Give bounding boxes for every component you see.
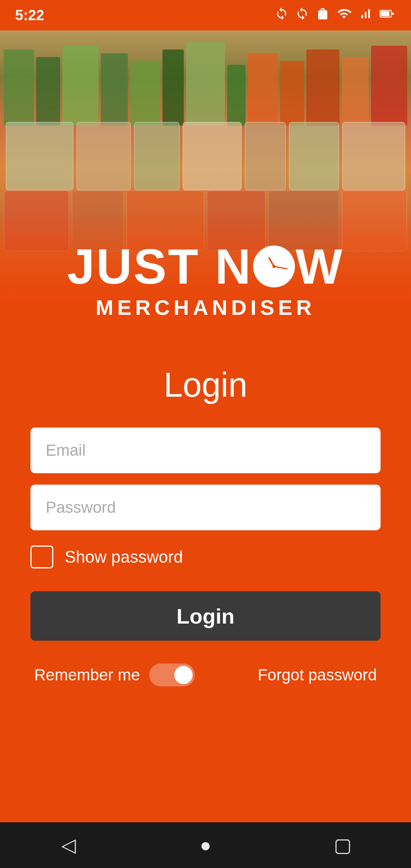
svg-rect-1 [381,11,390,16]
status-time: 5:22 [15,7,44,24]
email-input[interactable] [30,428,381,473]
wifi-icon [336,7,352,24]
merchandiser-subtitle: MERCHANDISER [96,295,315,320]
logo-clock-icon [253,246,295,287]
logo-part1: JUST N [67,242,252,291]
recents-icon: ▢ [334,834,352,856]
remember-me-label: Remember me [34,666,140,684]
logo-text: JUST N W [67,242,344,291]
show-password-label: Show password [65,547,183,566]
home-icon: ● [200,834,211,856]
show-password-checkbox[interactable] [30,546,53,568]
back-icon: ◁ [61,834,76,856]
svg-rect-2 [392,13,394,15]
login-title: Login [164,365,247,405]
login-section: Login Show password Login Remember me Fo… [0,343,411,822]
status-bar: 5:22 [0,0,411,30]
hero-section: JUST N W MERCHANDISER [0,30,411,343]
signal-icon [358,7,372,24]
android-nav-bar: ◁ ● ▢ [0,822,411,868]
logo-container: JUST N W MERCHANDISER [0,242,411,320]
recents-button[interactable]: ▢ [327,830,358,860]
remember-me-section: Remember me [34,664,195,686]
forgot-password-link[interactable]: Forgot password [258,666,377,684]
remember-me-toggle[interactable] [149,664,195,686]
password-input[interactable] [30,485,381,530]
sync2-icon [295,7,309,24]
show-password-row: Show password [30,546,381,568]
status-icons [275,7,396,24]
toggle-knob [174,666,193,684]
logo-part2: W [296,242,344,291]
sync1-icon [275,7,288,24]
login-button[interactable]: Login [30,591,381,641]
bottom-row: Remember me Forgot password [30,664,381,686]
back-button[interactable]: ◁ [53,830,84,860]
battery-icon [379,7,396,24]
home-button[interactable]: ● [190,830,221,860]
bag-icon [316,7,330,24]
